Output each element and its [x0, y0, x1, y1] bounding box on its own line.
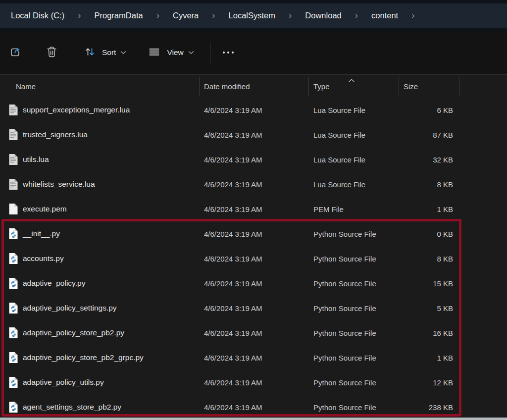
file-list: support_exceptions_merger.lua 4/6/2024 3…	[0, 98, 507, 420]
file-type: Python Source File	[313, 221, 376, 246]
breadcrumb-item[interactable]: Local Disk (C:)	[11, 11, 64, 20]
file-date-modified: 4/6/2024 3:19 AM	[204, 98, 262, 122]
file-row[interactable]: accounts.py 4/6/2024 3:19 AM Python Sour…	[0, 246, 507, 271]
file-list-region: Name Date modified Type Size	[0, 74, 507, 418]
file-type: Lua Source File	[313, 122, 365, 147]
file-row[interactable]: support_exceptions_merger.lua 4/6/2024 3…	[0, 98, 507, 122]
file-name: __init__.py	[23, 221, 60, 246]
file-date-modified: 4/6/2024 3:19 AM	[204, 197, 262, 221]
share-icon	[9, 46, 22, 60]
column-resize-handle[interactable]	[399, 77, 399, 96]
breadcrumb-bar: Local Disk (C:) › ProgramData › Cyvera ›…	[0, 0, 507, 31]
blank-document-icon	[8, 203, 18, 215]
file-name: whitelists_service.lua	[23, 172, 95, 197]
python-file-icon	[8, 228, 18, 240]
file-row[interactable]: execute.pem 4/6/2024 3:19 AM PEM File 1 …	[0, 197, 507, 221]
column-resize-handle[interactable]	[308, 77, 309, 96]
breadcrumb-chevron-icon[interactable]: ›	[289, 10, 292, 20]
file-row[interactable]: whitelists_service.lua 4/6/2024 3:19 AM …	[0, 172, 507, 197]
file-name: support_exceptions_merger.lua	[23, 98, 130, 122]
file-size: 0 KB	[399, 221, 453, 246]
file-row[interactable]: agent_settings_store_pb2.py 4/6/2024 3:1…	[0, 395, 507, 420]
python-file-icon	[8, 401, 18, 413]
file-type: Python Source File	[313, 370, 376, 395]
file-size: 5 KB	[399, 296, 453, 320]
file-type: Lua Source File	[313, 172, 365, 197]
screenshot-bottom-edge	[0, 418, 507, 420]
file-row[interactable]: trusted_signers.lua 4/6/2024 3:19 AM Lua…	[0, 122, 507, 147]
python-file-icon	[8, 352, 18, 364]
file-size: 12 KB	[399, 370, 453, 395]
text-document-icon	[8, 129, 18, 141]
file-type: Python Source File	[313, 345, 376, 370]
file-date-modified: 4/6/2024 3:19 AM	[204, 172, 262, 197]
file-name: trusted_signers.lua	[23, 122, 88, 147]
breadcrumb-chevron-icon[interactable]: ›	[355, 10, 358, 20]
file-date-modified: 4/6/2024 3:19 AM	[204, 296, 262, 320]
column-header-date-modified[interactable]: Date modified	[204, 75, 250, 98]
breadcrumb-item[interactable]: Download	[305, 11, 341, 20]
view-button[interactable]: View	[148, 46, 194, 59]
file-size: 238 KB	[399, 395, 453, 420]
file-size: 15 KB	[399, 271, 453, 296]
more-ellipsis-icon	[223, 52, 234, 53]
chevron-down-icon	[120, 51, 126, 54]
file-type: Lua Source File	[313, 147, 365, 172]
file-row[interactable]: adaptive_policy_utils.py 4/6/2024 3:19 A…	[0, 370, 507, 395]
address-bar: Local Disk (C:) › ProgramData › Cyvera ›…	[0, 3, 507, 28]
column-header-name[interactable]: Name	[16, 75, 36, 98]
breadcrumb-item[interactable]: Cyvera	[173, 11, 199, 20]
column-headers: Name Date modified Type Size	[0, 75, 507, 98]
more-options-button[interactable]	[217, 42, 239, 63]
chevron-down-icon	[188, 51, 194, 54]
file-type: Python Source File	[313, 296, 376, 320]
breadcrumb-chevron-icon[interactable]: ›	[212, 10, 215, 20]
file-size: 16 KB	[399, 320, 453, 345]
breadcrumb-item[interactable]: ProgramData	[95, 11, 143, 20]
file-size: 32 KB	[399, 147, 453, 172]
file-size: 1 KB	[399, 345, 453, 370]
file-date-modified: 4/6/2024 3:19 AM	[204, 345, 262, 370]
file-name: adaptive_policy_settings.py	[23, 296, 117, 320]
file-row[interactable]: adaptive_policy.py 4/6/2024 3:19 AM Pyth…	[0, 271, 507, 296]
file-row[interactable]: adaptive_policy_settings.py 4/6/2024 3:1…	[0, 296, 507, 320]
share-button[interactable]	[4, 42, 26, 63]
sort-ascending-caret-icon	[348, 76, 355, 85]
file-date-modified: 4/6/2024 3:19 AM	[204, 271, 262, 296]
breadcrumb-item[interactable]: content	[371, 11, 398, 20]
file-row[interactable]: adaptive_policy_store_pb2.py 4/6/2024 3:…	[0, 320, 507, 345]
file-name: agent_settings_store_pb2.py	[23, 395, 121, 420]
sort-button[interactable]: Sort	[84, 46, 126, 59]
file-row[interactable]: utils.lua 4/6/2024 3:19 AM Lua Source Fi…	[0, 147, 507, 172]
file-type: Python Source File	[313, 320, 376, 345]
sort-button-label: Sort	[102, 48, 116, 57]
file-name: adaptive_policy_utils.py	[23, 370, 104, 395]
file-size: 87 KB	[399, 122, 453, 147]
file-explorer-window: Local Disk (C:) › ProgramData › Cyvera ›…	[0, 0, 507, 420]
delete-button[interactable]	[41, 42, 62, 63]
breadcrumb-chevron-icon[interactable]: ›	[78, 10, 81, 20]
file-type: Python Source File	[313, 395, 376, 420]
breadcrumb-chevron-icon[interactable]: ›	[411, 10, 414, 20]
breadcrumb-chevron-icon[interactable]: ›	[156, 10, 159, 20]
file-date-modified: 4/6/2024 3:19 AM	[204, 395, 262, 420]
file-name: adaptive_policy_store_pb2.py	[23, 320, 124, 345]
file-date-modified: 4/6/2024 3:19 AM	[204, 370, 262, 395]
file-row[interactable]: adaptive_policy_store_pb2_grpc.py 4/6/20…	[0, 345, 507, 370]
file-name: adaptive_policy_store_pb2_grpc.py	[23, 345, 144, 370]
file-row[interactable]: __init__.py 4/6/2024 3:19 AM Python Sour…	[0, 221, 507, 246]
python-file-icon	[8, 302, 18, 314]
file-date-modified: 4/6/2024 3:19 AM	[204, 122, 262, 147]
sort-arrows-icon	[84, 46, 96, 59]
python-file-icon	[8, 376, 18, 388]
text-document-icon	[8, 154, 18, 165]
column-header-type[interactable]: Type	[313, 75, 330, 98]
file-type: Python Source File	[313, 271, 376, 296]
column-header-size[interactable]: Size	[404, 75, 418, 98]
file-name: adaptive_policy.py	[23, 271, 85, 296]
file-date-modified: 4/6/2024 3:19 AM	[204, 246, 262, 271]
breadcrumb-item[interactable]: LocalSystem	[229, 11, 275, 20]
column-resize-handle[interactable]	[199, 77, 200, 96]
file-type: Python Source File	[313, 246, 376, 271]
column-resize-handle[interactable]	[459, 77, 459, 96]
